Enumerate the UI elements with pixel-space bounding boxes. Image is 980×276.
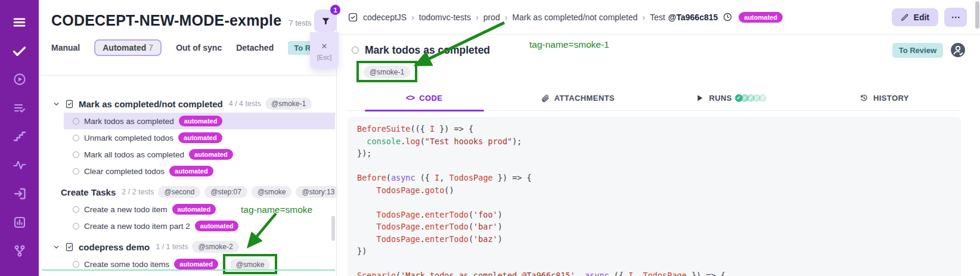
suite-tag[interactable]: @second bbox=[158, 186, 200, 198]
pencil-icon bbox=[901, 13, 909, 21]
code-line: console.log("Test hoooks prod"); bbox=[357, 135, 951, 148]
suite-progress: 4 / 4 tests bbox=[229, 100, 261, 108]
automation-badge: automated bbox=[739, 12, 783, 23]
annotation-box-smoke: @smoke bbox=[223, 254, 278, 274]
test-name: Create some todo items bbox=[84, 260, 169, 269]
suite-row[interactable]: codepress demo1 / 1 tests@smoke-2 bbox=[39, 238, 336, 256]
test-status-circle bbox=[352, 46, 359, 54]
esc-hint: [Esc] bbox=[317, 54, 331, 61]
suite-tag[interactable]: @step:07 bbox=[204, 186, 247, 198]
tab-out-of-sync[interactable]: Out of sync bbox=[176, 43, 222, 52]
tab-history[interactable]: HISTORY bbox=[808, 87, 961, 110]
suite-tag[interactable]: @smoke bbox=[252, 186, 292, 198]
tab-code[interactable]: <> CODE bbox=[348, 87, 501, 110]
tests-count: 7 tests bbox=[289, 18, 311, 27]
automation-badge: automated bbox=[172, 204, 216, 215]
test-title-row: Mark todos as completed To Review bbox=[337, 35, 980, 58]
breadcrumb-separator: › bbox=[505, 13, 508, 22]
automation-badge: automated bbox=[178, 132, 222, 143]
breadcrumb-item[interactable]: Mark as completed/not completed bbox=[512, 13, 637, 22]
tests-panel-scrollbar[interactable] bbox=[331, 216, 335, 241]
breadcrumb-item[interactable]: prod bbox=[483, 13, 500, 22]
suite-row[interactable]: Create Tasks2 / 2 tests@second@step:07@s… bbox=[39, 183, 336, 201]
breadcrumb-item[interactable]: todomvc-tests bbox=[419, 13, 471, 22]
breadcrumb-separator: › bbox=[476, 13, 479, 22]
left-nav-rail bbox=[0, 0, 39, 276]
automation-badge: automated bbox=[195, 221, 239, 231]
reviewer-avatar[interactable] bbox=[950, 42, 966, 58]
test-doc-icon bbox=[348, 12, 358, 23]
status-badge[interactable]: To Review bbox=[892, 43, 943, 58]
tab-history-label: HISTORY bbox=[873, 94, 909, 103]
test-tags-row: @smoke-1 bbox=[337, 61, 980, 81]
paperclip-icon bbox=[541, 94, 550, 103]
code-line bbox=[357, 160, 951, 172]
suite-name: codepress demo bbox=[79, 242, 150, 252]
tab-attachments[interactable]: ATTACHMENTS bbox=[501, 87, 654, 110]
tab-detached[interactable]: Detached bbox=[236, 43, 274, 52]
rail-steps-icon[interactable] bbox=[10, 126, 30, 147]
code-editor[interactable]: BeforeSuite(({ I }) => { console.log("Te… bbox=[348, 117, 961, 276]
rail-branch-icon[interactable] bbox=[10, 241, 30, 261]
test-status-circle bbox=[73, 168, 79, 175]
test-plan-icon bbox=[13, 101, 27, 115]
test-tag-smoke-1[interactable]: @smoke-1 bbox=[364, 66, 410, 78]
test-name: Clear completed todos bbox=[84, 167, 165, 176]
test-row[interactable]: Mark all todos as completedautomated bbox=[64, 146, 335, 163]
tab-attachments-label: ATTACHMENTS bbox=[554, 94, 615, 103]
page-scrollbar[interactable] bbox=[975, 0, 980, 276]
rail-tests-check-icon[interactable] bbox=[10, 41, 30, 61]
filter-popup: × [Esc] bbox=[310, 32, 339, 69]
rail-test-plan-icon[interactable] bbox=[10, 98, 30, 118]
code-icon: <> bbox=[406, 93, 414, 103]
history-clock-icon[interactable] bbox=[722, 12, 733, 22]
menu-icon bbox=[11, 14, 27, 30]
automation-badge: automated bbox=[169, 166, 213, 176]
edit-button-label: Edit bbox=[914, 13, 929, 22]
test-status-circle bbox=[73, 135, 79, 141]
test-row[interactable]: Unmark completed todosautomated bbox=[64, 129, 335, 146]
more-actions-button[interactable]: ⋯ bbox=[944, 8, 967, 27]
suite-row[interactable]: Mark as completed/not completed4 / 4 tes… bbox=[39, 95, 336, 113]
code-line bbox=[357, 258, 951, 270]
suite-tag[interactable]: @smoke-2 bbox=[192, 241, 238, 253]
tab-automated[interactable]: Automated7 bbox=[94, 39, 162, 56]
test-row[interactable]: Create some todo itemsautomated@smoke bbox=[64, 256, 335, 272]
close-icon[interactable]: × bbox=[321, 41, 327, 51]
rail-import-icon[interactable] bbox=[10, 184, 30, 204]
edit-button[interactable]: Edit bbox=[892, 8, 938, 26]
suite-doc-icon bbox=[64, 99, 75, 109]
tab-runs-label: RUNS bbox=[709, 94, 731, 103]
import-icon bbox=[13, 187, 27, 201]
breadcrumb-separator: › bbox=[411, 13, 414, 22]
rail-menu-icon[interactable] bbox=[10, 12, 30, 32]
suite-tag[interactable]: @story:13 bbox=[296, 186, 340, 198]
code-line: Scenario('Mark todos as completed @Ta966… bbox=[357, 269, 951, 276]
tab-manual[interactable]: Manual bbox=[51, 43, 80, 52]
pulse-icon bbox=[13, 158, 27, 172]
test-status-circle bbox=[73, 118, 79, 125]
test-detail-header: codeceptJS›todomvc-tests›prod›Mark as co… bbox=[337, 0, 980, 35]
automation-badge: automated bbox=[189, 149, 233, 160]
rail-pulse-icon[interactable] bbox=[10, 155, 30, 175]
rail-analytics-icon[interactable] bbox=[10, 212, 30, 232]
test-row[interactable]: Create a new todo item part 2automated bbox=[64, 218, 335, 234]
breadcrumb: codeceptJS›todomvc-tests›prod›Mark as co… bbox=[363, 12, 887, 23]
filter-icon bbox=[321, 16, 331, 26]
rail-runs-play-icon[interactable] bbox=[10, 69, 30, 89]
code-line: TodosPage.enterTodo('bar') bbox=[357, 221, 951, 233]
tab-code-label: CODE bbox=[419, 94, 442, 103]
automation-badge: automated bbox=[179, 116, 223, 126]
test-name: Unmark completed todos bbox=[84, 134, 173, 142]
test-row[interactable]: Clear completed todosautomated bbox=[64, 163, 335, 179]
test-row[interactable]: Mark todos as completedautomated bbox=[64, 113, 335, 129]
run-result-passed-icon[interactable]: ✓ bbox=[759, 94, 767, 102]
breadcrumb-item[interactable]: codeceptJS bbox=[363, 13, 407, 22]
breadcrumb-test-id[interactable]: @Ta966c815 bbox=[668, 13, 718, 22]
tab-runs[interactable]: RUNS ✓✓✓✓✓ bbox=[655, 87, 808, 110]
test-tag[interactable]: @smoke bbox=[230, 259, 271, 271]
filter-button[interactable]: 1 bbox=[314, 10, 337, 32]
test-row[interactable]: Create a new todo itemautomated bbox=[64, 201, 335, 218]
page-scrollbar-thumb[interactable] bbox=[975, 1, 979, 29]
suite-tag[interactable]: @smoke-1 bbox=[265, 98, 312, 110]
